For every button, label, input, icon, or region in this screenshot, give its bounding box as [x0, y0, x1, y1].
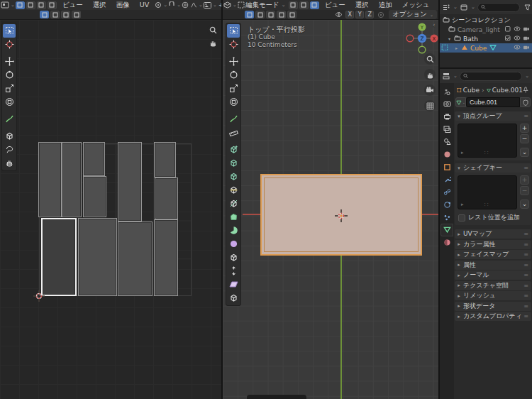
vertex-group-remove-button[interactable]: − [520, 134, 529, 143]
fake-user-shield-icon[interactable] [520, 97, 531, 107]
viewport-canvas[interactable]: トップ・平行投影 (1) Cube 10 Centimeters Y X Z [223, 20, 440, 399]
viewport-zoom-icon[interactable] [424, 53, 436, 65]
eye-icon[interactable] [514, 26, 521, 33]
shape-key-specials-button[interactable]: ⌄ [520, 200, 529, 209]
outliner-search[interactable] [477, 3, 520, 12]
uv-tool-mode-extend[interactable] [50, 11, 60, 18]
uv-zoom-icon[interactable] [207, 24, 218, 35]
outliner-display-mode-icon[interactable] [458, 3, 470, 11]
uv-island[interactable] [154, 142, 176, 177]
panel-collapsed-テクスチャ空間[interactable]: ▸ テクスチャ空間 ≡ [455, 281, 531, 290]
uv-select-mode-island[interactable] [48, 1, 57, 9]
uv-island[interactable] [78, 218, 117, 296]
vertex-group-add-button[interactable]: + [520, 124, 529, 133]
camera-icon[interactable] [523, 26, 530, 33]
properties-tab-physics[interactable] [441, 199, 453, 210]
menu-0[interactable]: ビュー [320, 0, 350, 10]
list-grip-icon[interactable]: ⸬ [484, 149, 488, 156]
select-tool-mode-subtract[interactable] [266, 11, 275, 18]
outliner-item-label[interactable]: Cube [470, 45, 487, 52]
tool-smooth[interactable] [227, 237, 240, 251]
outliner-item-label[interactable]: シーンコレクション [452, 16, 511, 25]
properties-options-chevron[interactable]: ⌄ [525, 73, 529, 79]
outliner-row-Camera_light[interactable]: Camera_light [440, 25, 532, 34]
image-browse-icon[interactable] [204, 1, 211, 9]
properties-search-input[interactable] [468, 72, 519, 80]
tool-rip-region[interactable] [227, 291, 240, 305]
viewport-bottom-bar[interactable] [247, 395, 306, 399]
panel-collapsed-リメッシュ[interactable]: ▸ リメッシュ ≡ [455, 291, 531, 300]
properties-tab-render[interactable] [441, 99, 453, 110]
camera-icon[interactable] [523, 35, 530, 43]
tool-move[interactable] [3, 55, 16, 68]
mesh-select-mode-face[interactable] [310, 1, 319, 9]
tool-knife[interactable] [227, 197, 240, 210]
select-tool-mode-invert[interactable] [277, 11, 286, 18]
disclosure-triangle[interactable]: ▾ [448, 36, 454, 41]
menu-0[interactable]: ビュー [57, 0, 88, 10]
uv-island-selected[interactable] [41, 218, 77, 296]
tool-bevel[interactable] [227, 170, 240, 183]
panel-vertex-groups-header[interactable]: ▾ 頂点グループ ≡ [455, 111, 531, 121]
mirror-z-toggle[interactable]: Z [365, 11, 374, 18]
uv-island[interactable] [38, 142, 62, 217]
viewport-pan-icon[interactable] [424, 69, 436, 80]
properties-tab-object-data[interactable] [441, 224, 453, 236]
mirror-x-toggle[interactable]: X [345, 11, 354, 18]
properties-tab-object[interactable] [441, 161, 453, 173]
properties-tab-world[interactable] [441, 149, 453, 160]
camera-view-icon[interactable] [424, 84, 436, 96]
filter-funnel-icon[interactable] [523, 3, 531, 11]
tool-measure[interactable] [227, 126, 240, 139]
tool-poly-build[interactable] [227, 210, 240, 224]
viewport-editor-type-icon[interactable] [223, 1, 231, 9]
uv-editor-type-icon[interactable] [1, 1, 9, 9]
outliner-search-input[interactable] [486, 4, 516, 11]
select-tool-mode-intersect[interactable] [287, 11, 297, 18]
properties-tab-output[interactable] [441, 111, 453, 122]
tool-scale[interactable] [3, 82, 16, 95]
falloff-icon[interactable] [190, 1, 197, 9]
panel-shape-keys-header[interactable]: ▾ シェイプキー ≡ [455, 163, 531, 173]
new-image-plus[interactable]: + [217, 0, 221, 10]
tool-shrink-fatten[interactable] [227, 264, 240, 278]
properties-tab-constraints[interactable] [441, 187, 453, 198]
properties-type-icon[interactable] [440, 72, 452, 80]
select-tool-mode-extend[interactable] [255, 11, 265, 18]
ortho-grid-icon[interactable] [424, 100, 436, 111]
options-dropdown[interactable]: オプション ⌄ [389, 10, 437, 19]
tool-move[interactable] [227, 55, 240, 68]
proportional-editing-icon[interactable] [182, 1, 189, 9]
data-id-icon[interactable]: ⌄ [455, 97, 466, 107]
menu-3[interactable]: UV [135, 0, 154, 10]
properties-tab-modifiers[interactable] [441, 174, 453, 185]
panel-collapsed-属性[interactable]: ▸ 属性 ≡ [455, 261, 531, 270]
tool-scale[interactable] [227, 82, 240, 95]
uv-select-mode-vertex[interactable] [16, 1, 25, 9]
shape-keys-list[interactable]: ▸ ⸬ [458, 175, 517, 209]
properties-search[interactable] [460, 72, 522, 81]
tool-extrude-region[interactable] [227, 143, 240, 156]
panel-collapsed-UVマップ[interactable]: ▸ UVマップ ≡ [455, 229, 531, 239]
uv-2d-cursor[interactable] [33, 290, 45, 302]
mesh-select-mode-edge[interactable] [299, 1, 309, 9]
sidebar-toggle-arrow[interactable]: ‹ [433, 21, 436, 28]
tool-transform[interactable] [3, 95, 16, 109]
properties-tab-view-layer[interactable] [441, 124, 453, 135]
tool-rotate[interactable] [227, 68, 240, 82]
panel-collapsed-フェイスマップ[interactable]: ▸ フェイスマップ ≡ [455, 250, 531, 259]
uv-island[interactable] [83, 142, 105, 176]
list-filter-icon[interactable]: ▸ [461, 202, 464, 207]
properties-tab-particles[interactable] [441, 212, 453, 223]
tool-lasso[interactable] [3, 143, 16, 156]
properties-tab-tool[interactable] [441, 86, 453, 97]
checkbox-checked-icon[interactable] [504, 35, 511, 43]
tool-rotate[interactable] [3, 68, 16, 82]
outliner-row-Bath[interactable]: ▾Bath [440, 34, 532, 43]
tool-annotate[interactable] [227, 112, 240, 126]
vertex-group-specials-button[interactable]: ⌄ [520, 148, 529, 157]
tool-select-box[interactable] [3, 24, 16, 38]
tool-spin[interactable] [227, 224, 240, 237]
outliner-row-Cube[interactable]: ▸Cube [440, 43, 532, 53]
panel-collapsed-カラー属性[interactable]: ▸ カラー属性 ≡ [455, 240, 531, 249]
